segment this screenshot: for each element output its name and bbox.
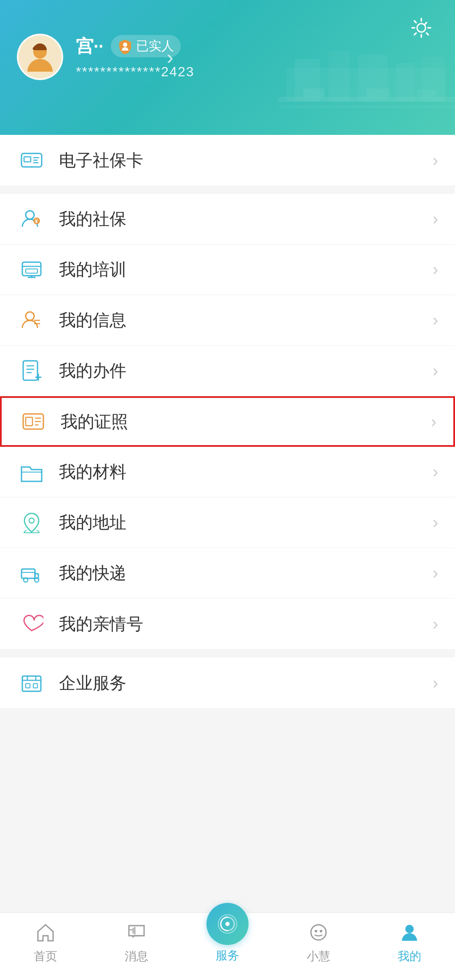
- svg-point-12: [123, 43, 127, 47]
- svg-rect-4: [396, 63, 415, 101]
- chevron-right-icon: ›: [433, 209, 438, 228]
- chevron-right-icon: ›: [433, 311, 438, 330]
- nav-label-mine: 我的: [398, 948, 421, 964]
- chevron-right-icon: ›: [433, 615, 438, 634]
- person-social-icon: ¥: [17, 204, 46, 234]
- chevron-right-icon: ›: [433, 564, 438, 583]
- svg-text:¥: ¥: [35, 218, 38, 224]
- menu-label-social-security: 我的社保: [59, 207, 433, 231]
- svg-rect-2: [329, 51, 350, 101]
- xiaohui-icon: [306, 920, 331, 945]
- svg-rect-36: [26, 417, 32, 426]
- menu-item-my-address[interactable]: 我的地址 ›: [0, 497, 455, 548]
- bottom-navigation: 首页 消息 服务: [0, 913, 455, 980]
- svg-rect-42: [21, 569, 35, 578]
- nav-item-mine[interactable]: 我的: [364, 920, 455, 964]
- menu-item-my-work[interactable]: 我的办件 ›: [0, 346, 455, 396]
- svg-point-58: [405, 925, 414, 933]
- mine-icon: [397, 920, 422, 945]
- nav-label-xiaohui: 小慧: [307, 948, 330, 964]
- menu-item-my-materials[interactable]: 我的材料 ›: [0, 447, 455, 497]
- heart-icon: [17, 609, 46, 639]
- nav-label-message: 消息: [125, 948, 148, 964]
- phone-masked: **************2423: [76, 64, 195, 80]
- svg-point-41: [29, 518, 34, 523]
- chevron-right-icon: ›: [433, 260, 438, 279]
- section-enterprise: 企业服务 ›: [0, 658, 455, 708]
- menu-item-my-express[interactable]: 我的快递 ›: [0, 548, 455, 599]
- enterprise-icon: [17, 668, 46, 698]
- card-icon: [17, 145, 46, 175]
- chevron-right-icon: ›: [433, 462, 438, 481]
- menu-label-license: 我的证照: [61, 410, 431, 433]
- svg-rect-10: [417, 89, 436, 97]
- svg-point-54: [225, 922, 230, 926]
- menu-label-work: 我的办件: [59, 359, 433, 382]
- menu-label-address: 我的地址: [59, 511, 433, 534]
- nav-item-service[interactable]: 服务: [182, 903, 273, 964]
- truck-icon: [17, 558, 46, 588]
- svg-rect-46: [22, 676, 41, 691]
- menu-item-my-license[interactable]: 我的证照 ›: [0, 396, 455, 447]
- nav-item-message[interactable]: 消息: [91, 920, 182, 964]
- license-icon: [19, 407, 48, 436]
- menu-item-my-training[interactable]: 我的培训 ›: [0, 244, 455, 295]
- section-my-services: ¥ 我的社保 › 我的培训 ›: [0, 194, 455, 649]
- message-icon: [124, 920, 149, 945]
- svg-rect-8: [303, 89, 324, 98]
- folder-icon: [17, 457, 46, 487]
- info-person-icon: [17, 306, 46, 335]
- chevron-right-icon: ›: [433, 513, 438, 532]
- menu-item-my-social-security[interactable]: ¥ 我的社保 ›: [0, 194, 455, 244]
- menu-label-materials: 我的材料: [59, 460, 433, 483]
- training-icon: [17, 255, 46, 285]
- svg-rect-6: [278, 97, 455, 102]
- chevron-right-icon: ›: [433, 151, 438, 170]
- menu-label-training: 我的培训: [59, 258, 433, 281]
- nav-label-home: 首页: [34, 948, 57, 964]
- nav-item-home[interactable]: 首页: [0, 920, 91, 964]
- content-area: 电子社保卡 › ¥ 我的社保 ›: [0, 135, 455, 788]
- profile-info: 宫·· 已实人 **************2423: [76, 35, 195, 80]
- nav-label-service: 服务: [216, 948, 239, 964]
- document-icon: [17, 356, 46, 386]
- profile-row[interactable]: 宫·· 已实人 **************2423 ›: [17, 34, 195, 80]
- menu-label-info: 我的信息: [59, 309, 433, 332]
- svg-rect-14: [24, 157, 31, 162]
- svg-point-57: [320, 930, 322, 932]
- menu-item-my-family[interactable]: 我的亲情号 ›: [0, 599, 455, 649]
- menu-item-my-info[interactable]: 我的信息 ›: [0, 295, 455, 346]
- menu-label-family: 我的亲情号: [59, 612, 433, 636]
- svg-point-18: [26, 211, 34, 219]
- location-icon: [17, 508, 46, 537]
- menu-label-enterprise: 企业服务: [59, 671, 433, 695]
- svg-rect-7: [278, 105, 455, 108]
- section-electronic-card: 电子社保卡 ›: [0, 135, 455, 185]
- svg-point-56: [315, 930, 317, 932]
- svg-rect-51: [33, 684, 37, 688]
- username: 宫··: [76, 35, 103, 58]
- svg-point-55: [311, 925, 326, 940]
- service-center-button[interactable]: [206, 903, 249, 945]
- svg-rect-9: [367, 89, 390, 98]
- svg-rect-50: [26, 684, 30, 688]
- chevron-right-icon: ›: [433, 674, 438, 693]
- home-icon: [33, 920, 58, 945]
- menu-label-electronic-card: 电子社保卡: [59, 149, 433, 172]
- menu-item-electronic-card[interactable]: 电子社保卡 ›: [0, 135, 455, 185]
- menu-label-express: 我的快递: [59, 561, 433, 585]
- svg-rect-23: [26, 269, 37, 273]
- profile-header: 宫·· 已实人 **************2423 ›: [0, 0, 455, 135]
- settings-button[interactable]: [409, 15, 434, 42]
- profile-chevron: ›: [167, 46, 174, 69]
- svg-point-26: [26, 312, 34, 320]
- nav-item-xiaohui[interactable]: 小慧: [273, 920, 364, 964]
- chevron-right-icon: ›: [431, 412, 436, 431]
- chevron-right-icon: ›: [433, 361, 438, 380]
- menu-item-enterprise[interactable]: 企业服务 ›: [0, 658, 455, 708]
- avatar: [17, 34, 63, 80]
